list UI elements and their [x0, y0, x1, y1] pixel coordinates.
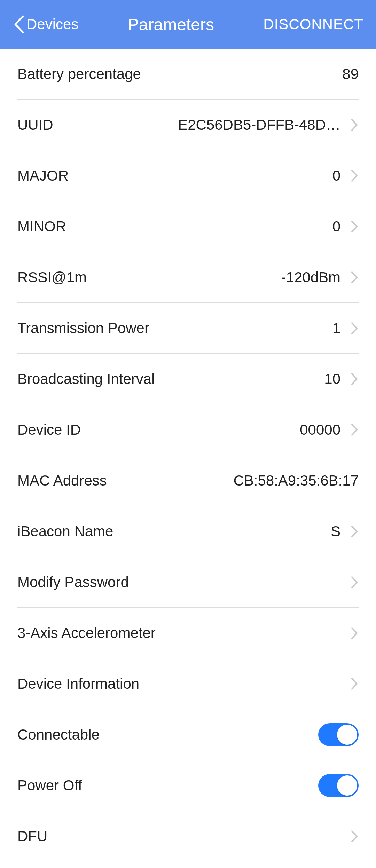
row-label: DFU: [17, 828, 47, 845]
row-label: MINOR: [17, 218, 66, 235]
chevron-right-icon: [350, 219, 359, 234]
row-label: Modify Password: [17, 574, 129, 591]
row-device-information[interactable]: Device Information: [17, 658, 359, 709]
power-off-toggle[interactable]: [318, 774, 359, 797]
chevron-right-icon: [350, 829, 359, 844]
row-label: Battery percentage: [17, 66, 141, 82]
row-label: 3-Axis Accelerometer: [17, 625, 156, 641]
row-label: UUID: [17, 117, 53, 133]
row-dfu[interactable]: DFU: [17, 811, 359, 862]
row-connectable: Connectable: [17, 709, 359, 760]
row-label: Power Off: [17, 777, 82, 794]
row-value: 10: [324, 371, 340, 387]
header-bar: Devices Parameters DISCONNECT: [0, 0, 376, 49]
row-battery-percentage: Battery percentage 89: [17, 49, 359, 100]
disconnect-button[interactable]: DISCONNECT: [263, 16, 363, 33]
row-value: 89: [342, 66, 359, 82]
row-value: 00000: [300, 421, 340, 438]
toggle-knob: [337, 775, 357, 796]
chevron-right-icon: [350, 575, 359, 590]
chevron-left-icon: [13, 15, 24, 34]
row-value: 0: [332, 218, 340, 235]
row-value: -120dBm: [281, 269, 340, 286]
row-power-off: Power Off: [17, 760, 359, 811]
row-value: CB:58:A9:35:6B:17: [233, 472, 359, 489]
back-label: Devices: [26, 16, 78, 33]
chevron-right-icon: [350, 270, 359, 285]
row-label: Transmission Power: [17, 320, 149, 337]
row-modify-password[interactable]: Modify Password: [17, 557, 359, 608]
chevron-right-icon: [350, 524, 359, 539]
chevron-right-icon: [350, 168, 359, 183]
chevron-right-icon: [350, 677, 359, 691]
back-button[interactable]: Devices: [13, 15, 78, 34]
row-broadcasting-interval[interactable]: Broadcasting Interval 10: [17, 354, 359, 404]
row-label: Connectable: [17, 726, 100, 743]
toggle-knob: [337, 725, 357, 745]
row-accelerometer[interactable]: 3-Axis Accelerometer: [17, 608, 359, 658]
row-rssi[interactable]: RSSI@1m -120dBm: [17, 252, 359, 303]
chevron-right-icon: [350, 626, 359, 640]
row-label: RSSI@1m: [17, 269, 87, 286]
chevron-right-icon: [350, 372, 359, 386]
row-label: MAC Address: [17, 472, 107, 489]
row-label: MAJOR: [17, 167, 69, 184]
chevron-right-icon: [350, 118, 359, 132]
row-label: iBeacon Name: [17, 523, 113, 540]
row-value: E2C56DB5-DFFB-48D…: [178, 117, 340, 133]
row-device-id[interactable]: Device ID 00000: [17, 404, 359, 455]
row-label: Device ID: [17, 421, 81, 438]
row-minor[interactable]: MINOR 0: [17, 201, 359, 252]
row-major[interactable]: MAJOR 0: [17, 150, 359, 201]
row-value: S: [331, 523, 340, 540]
row-mac-address: MAC Address CB:58:A9:35:6B:17: [17, 455, 359, 506]
row-uuid[interactable]: UUID E2C56DB5-DFFB-48D…: [17, 100, 359, 150]
row-ibeacon-name[interactable]: iBeacon Name S: [17, 506, 359, 557]
row-label: Device Information: [17, 676, 139, 692]
row-label: Broadcasting Interval: [17, 371, 155, 387]
row-transmission-power[interactable]: Transmission Power 1: [17, 303, 359, 354]
row-value: 0: [332, 167, 340, 184]
chevron-right-icon: [350, 423, 359, 437]
connectable-toggle[interactable]: [318, 723, 359, 746]
page-title: Parameters: [78, 15, 263, 34]
row-value: 1: [332, 320, 340, 337]
chevron-right-icon: [350, 321, 359, 336]
parameters-list: Battery percentage 89 UUID E2C56DB5-DFFB…: [0, 49, 376, 862]
